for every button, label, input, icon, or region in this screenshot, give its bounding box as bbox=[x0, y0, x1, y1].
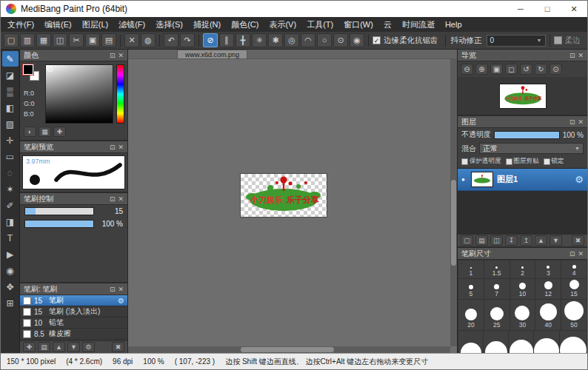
brush-size-option[interactable]: 50 bbox=[561, 300, 587, 330]
menu-item-help[interactable]: Help bbox=[440, 17, 467, 32]
close-icon[interactable]: ✕ bbox=[118, 52, 124, 59]
menu-item-filter[interactable]: 滤镜(F) bbox=[113, 17, 150, 32]
eyedropper-tool-icon[interactable]: ◉ bbox=[2, 263, 19, 278]
popout-icon[interactable]: ⊡ bbox=[110, 286, 116, 293]
menu-item-color[interactable]: 颜色(C) bbox=[226, 17, 264, 32]
brush-size-option[interactable]: 3 bbox=[535, 260, 561, 278]
popout-icon[interactable]: ⊡ bbox=[110, 144, 116, 151]
brush-size-option[interactable]: 30 bbox=[510, 300, 535, 330]
snap-circle-icon[interactable]: ◎ bbox=[284, 33, 299, 47]
brush-list-item[interactable]: 15 笔刷 (淡入淡出) bbox=[20, 306, 127, 317]
copy-icon[interactable]: ▣ bbox=[85, 33, 100, 47]
maximize-button[interactable]: □ bbox=[534, 1, 561, 17]
new-layer-icon[interactable]: ▢ bbox=[461, 235, 473, 246]
brush-size-slider[interactable] bbox=[24, 207, 94, 215]
operation-tool-icon[interactable]: ▶ bbox=[2, 246, 19, 262]
brush-settings-icon[interactable]: ⚙ bbox=[82, 342, 95, 352]
brush-size-option[interactable] bbox=[560, 331, 587, 353]
brush-size-option[interactable]: 7 bbox=[484, 279, 510, 299]
brush-list-item[interactable]: 15 笔刷 ⚙ bbox=[20, 295, 127, 306]
select-eraser-tool-icon[interactable]: ◨ bbox=[2, 214, 19, 229]
brush-size-option[interactable]: 25 bbox=[484, 300, 510, 330]
menu-item-cloud[interactable]: 云 bbox=[378, 17, 397, 32]
popout-icon[interactable]: ⊡ bbox=[569, 250, 575, 258]
vertical-scrollbar-thumb[interactable] bbox=[451, 180, 456, 266]
brush-size-option[interactable]: 2 bbox=[510, 260, 535, 278]
snap-vanishing-icon[interactable]: ✳ bbox=[252, 33, 267, 47]
hand-tool-icon[interactable]: ✥ bbox=[2, 279, 19, 295]
select-rect-tool-icon[interactable]: ▭ bbox=[2, 149, 19, 164]
horizontal-scrollbar[interactable] bbox=[128, 346, 450, 353]
navigator-viewport[interactable]: 小刀娱乐 乐子分享 bbox=[458, 77, 587, 115]
delete-layer-icon[interactable]: ✖ bbox=[572, 235, 584, 246]
color-picker-marker[interactable] bbox=[47, 67, 53, 72]
protect-alpha-checkbox[interactable]: 保护透明度 bbox=[461, 157, 501, 166]
brush-size-option[interactable]: 10 bbox=[510, 279, 535, 299]
save-as-icon[interactable]: ◫ bbox=[53, 33, 67, 47]
snap-display-icon[interactable]: ◉ bbox=[350, 33, 364, 47]
reset-view-icon[interactable]: ⊙ bbox=[549, 64, 562, 75]
actual-size-icon[interactable]: ◻ bbox=[505, 64, 518, 75]
popout-icon[interactable]: ⊡ bbox=[110, 52, 116, 59]
zoom-in-icon[interactable]: ⊕ bbox=[475, 64, 488, 75]
layer-visibility-icon[interactable]: ● bbox=[461, 176, 467, 183]
menu-item-tool[interactable]: 工具(T) bbox=[301, 17, 338, 32]
brush-tool-icon[interactable]: ✎ bbox=[2, 51, 19, 67]
add-color-icon[interactable]: ✚ bbox=[53, 127, 66, 137]
lock-checkbox[interactable]: 锁定 bbox=[544, 157, 564, 166]
menu-item-window[interactable]: 窗口(W) bbox=[338, 17, 378, 32]
snap-radial-icon[interactable]: ✱ bbox=[268, 33, 283, 47]
layer-up-icon[interactable]: ▲ bbox=[535, 235, 547, 246]
rotate-right-icon[interactable]: ↻ bbox=[535, 64, 547, 75]
palette-icon[interactable]: ▦ bbox=[39, 127, 51, 137]
close-icon[interactable]: ✕ bbox=[578, 118, 584, 126]
popout-icon[interactable]: ⊡ bbox=[110, 195, 116, 203]
horizontal-scrollbar-thumb[interactable] bbox=[241, 347, 334, 352]
canvas-area[interactable]: www.x6d.com.png 小刀娱乐 乐子分享 bbox=[128, 50, 457, 353]
merge-down-icon[interactable]: ↧ bbox=[505, 235, 518, 246]
brush-size-option[interactable] bbox=[458, 331, 483, 353]
menu-item-snap[interactable]: 捕捉(N) bbox=[188, 17, 226, 32]
popout-icon[interactable]: ⊡ bbox=[569, 52, 575, 59]
snap-off-icon[interactable]: ⊘ bbox=[203, 33, 218, 47]
lasso-tool-icon[interactable]: ◌ bbox=[2, 165, 19, 181]
fit-window-icon[interactable]: ▣ bbox=[490, 64, 503, 75]
snap-ellipse-icon[interactable]: ○ bbox=[317, 33, 332, 47]
menu-item-edit[interactable]: 编辑(E) bbox=[39, 17, 77, 32]
menu-item-view[interactable]: 表示(V) bbox=[264, 17, 301, 32]
brush-up-icon[interactable]: ▲ bbox=[53, 342, 65, 352]
brush-size-option[interactable]: 4 bbox=[561, 260, 587, 278]
gear-icon[interactable]: ⚙ bbox=[118, 297, 124, 305]
text-tool-icon[interactable]: T bbox=[2, 230, 19, 246]
clipping-checkbox[interactable]: 图层剪贴 bbox=[506, 157, 539, 166]
blend-mode-select[interactable]: 正常 ▼ bbox=[479, 143, 584, 154]
brush-size-option[interactable]: 40 bbox=[535, 300, 561, 330]
canvas-tab[interactable]: www.x6d.com.png bbox=[177, 50, 247, 58]
brush-size-option[interactable]: 5 bbox=[458, 279, 484, 299]
new-folder-icon[interactable]: ▤ bbox=[475, 235, 488, 246]
menu-item-file[interactable]: 文件(F) bbox=[2, 17, 39, 32]
layer-down-icon[interactable]: ▼ bbox=[549, 235, 562, 246]
antialias-checkbox[interactable]: ✓ bbox=[372, 36, 381, 44]
close-button[interactable]: ✕ bbox=[561, 1, 587, 17]
duplicate-layer-icon[interactable]: ◫ bbox=[490, 235, 503, 246]
eraser-tool-icon[interactable]: ◪ bbox=[2, 67, 19, 83]
delete-brush-icon[interactable]: ✖ bbox=[112, 342, 124, 352]
rotate-left-icon[interactable]: ↺ bbox=[520, 64, 532, 75]
menu-item-layer[interactable]: 图层(L) bbox=[77, 17, 113, 32]
snap-settings-icon[interactable]: ⊙ bbox=[333, 33, 348, 47]
airbrush-tool-icon[interactable]: ▒ bbox=[2, 84, 19, 99]
cut-icon[interactable]: ✂ bbox=[69, 33, 84, 47]
popout-icon[interactable]: ⊡ bbox=[569, 118, 575, 126]
zoom-out-icon[interactable]: ⊖ bbox=[461, 64, 473, 75]
menu-item-timelapse[interactable]: 时间流逝 bbox=[397, 17, 440, 32]
brush-list-item[interactable]: 8.5 橡皮擦 bbox=[20, 329, 127, 340]
stabilizer-select[interactable]: 0 ▼ bbox=[487, 35, 546, 47]
brush-list-item[interactable]: 10 铅笔 bbox=[20, 317, 127, 329]
close-icon[interactable]: ✕ bbox=[118, 144, 124, 151]
close-icon[interactable]: ✕ bbox=[578, 52, 584, 59]
snap-curve-icon[interactable]: ◠ bbox=[301, 33, 315, 47]
brush-size-option[interactable] bbox=[484, 331, 508, 353]
gradient-tool-icon[interactable]: ▨ bbox=[2, 116, 19, 132]
fill-tool-icon[interactable]: ◧ bbox=[2, 100, 19, 115]
